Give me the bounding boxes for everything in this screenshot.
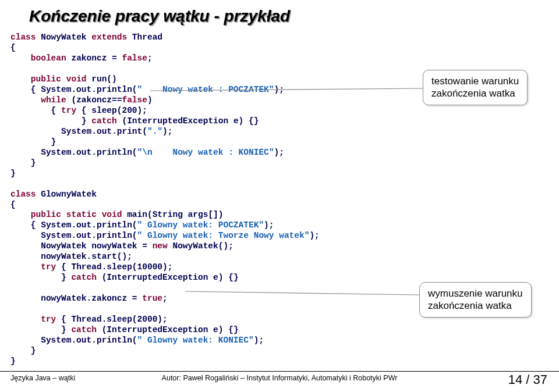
code-text: { System.out.println(: [10, 220, 137, 230]
code-text: }: [10, 137, 56, 147]
footer: Języka Java – wątki Autor: Paweł Rogaliń…: [0, 371, 559, 386]
code-text: { sleep(200);: [76, 106, 147, 115]
code-kw: try: [41, 315, 56, 324]
code-kw: class: [10, 190, 36, 199]
code-kw: catch: [71, 325, 97, 334]
code-text: {: [10, 106, 61, 115]
code-str: " Glowny watek: Tworze Nowy watek": [137, 231, 310, 240]
code-str: ".": [147, 127, 162, 136]
code-text: );: [254, 336, 264, 345]
code-str: "\n Nowy watek : KONIEC": [137, 148, 274, 157]
code-text: System.out.println(: [10, 148, 137, 157]
code-text: );: [274, 85, 284, 94]
callout-line: wymuszenie warunku: [428, 288, 523, 299]
code-kw: new: [153, 241, 168, 251]
code-text: );: [264, 220, 274, 230]
code-text: System.out.print(: [10, 127, 147, 136]
code-text: [10, 74, 31, 84]
code-text: }: [10, 116, 91, 126]
code-text: nowyWatek.start();: [10, 252, 132, 261]
code-kw: false: [122, 54, 147, 63]
code-kw: try: [61, 106, 76, 115]
code-text: ;: [147, 54, 153, 63]
code-kw: try: [41, 262, 56, 272]
code-text: }: [10, 158, 36, 168]
code-str: " Nowy watek : POCZATEK": [137, 85, 274, 94]
code-text: );: [162, 127, 172, 136]
code-text: nowyWatek.zakoncz =: [10, 294, 142, 303]
code-text: { System.out.println(: [10, 85, 137, 94]
code-text: zakoncz =: [66, 54, 122, 63]
callout-line: zakończenia watka: [431, 88, 515, 99]
code-text: NowyWatek nowyWatek =: [10, 241, 153, 251]
code-text: ): [147, 95, 153, 105]
code-text: }: [10, 325, 71, 334]
code-text: (InterruptedException e) {}: [97, 273, 239, 282]
code-text: ;: [162, 294, 168, 303]
code-text: [10, 95, 41, 105]
code-block: class NowyWatek extends Thread { boolean…: [10, 33, 430, 367]
code-text: [10, 210, 31, 219]
code-text: }: [10, 346, 36, 355]
code-text: }: [10, 357, 16, 366]
code-text: NowyWatek: [36, 33, 92, 42]
page-title: Kończenie pracy wątku - przykład: [29, 7, 290, 26]
code-kw: catch: [91, 116, 117, 126]
code-text: NowyWatek();: [168, 241, 233, 251]
code-text: {: [10, 200, 16, 209]
code-kw: extends: [91, 33, 127, 42]
code-text: [10, 262, 41, 272]
code-str: " Glowny watek: KONIEC": [137, 336, 254, 345]
code-text: }: [10, 273, 71, 282]
callout-force-condition: wymuszenie warunku zakończenia watka: [419, 282, 532, 318]
code-text: );: [274, 148, 284, 157]
code-text: System.out.println(: [10, 336, 137, 345]
code-text: [10, 54, 31, 63]
callout-line: testowanie warunku: [431, 76, 519, 87]
code-kw: class: [10, 33, 36, 42]
code-text: (InterruptedException e) {}: [117, 116, 259, 126]
callout-line: zakończenia watka: [428, 300, 512, 311]
code-text: System.out.println(: [10, 231, 137, 240]
code-kw: public static void: [31, 210, 122, 219]
code-text: Thread: [127, 33, 162, 42]
code-text: run(): [87, 74, 117, 84]
code-text: [10, 315, 41, 324]
code-text: }: [10, 169, 16, 178]
footer-center: Autor: Paweł Rogaliński – Instytut Infor…: [0, 374, 559, 382]
code-text: );: [309, 231, 319, 240]
code-text: { Thread.sleep(10000);: [56, 262, 172, 272]
code-text: (InterruptedException e) {}: [97, 325, 239, 334]
code-kw: while: [41, 95, 66, 105]
code-text: GlownyWatek: [36, 190, 97, 199]
code-text: (zakoncz==: [66, 95, 122, 105]
code-text: { Thread.sleep(2000);: [56, 315, 167, 324]
code-kw: boolean: [31, 54, 66, 63]
code-kw: catch: [71, 273, 97, 282]
code-text: main(String args[]): [122, 210, 223, 219]
callout-test-condition: testowanie warunku zakończenia watka: [423, 70, 528, 105]
code-text: {: [10, 43, 16, 52]
code-str: " Glowny watek: POCZATEK": [137, 220, 264, 230]
code-kw: true: [142, 294, 162, 303]
code-kw: public void: [31, 74, 87, 84]
code-kw: false: [122, 95, 147, 105]
footer-page-number: 14 / 37: [508, 372, 547, 387]
